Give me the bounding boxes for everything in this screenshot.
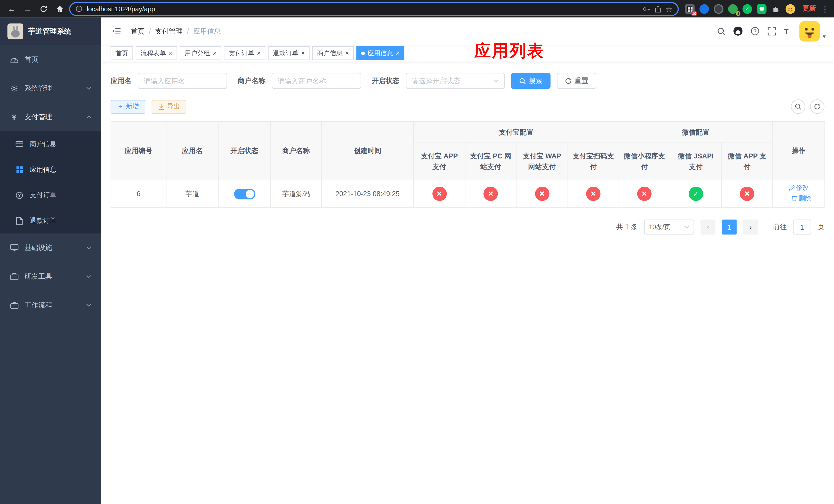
fullscreen-icon[interactable] (768, 27, 776, 36)
col-group-wechat: 微信配置 (619, 121, 772, 143)
add-button[interactable]: ＋ 新增 (111, 100, 145, 114)
sidebar-item-label: 退款订单 (30, 216, 91, 225)
extension-dark-icon[interactable] (714, 4, 723, 14)
app-name-label: 应用名 (111, 76, 131, 86)
page-1-button[interactable]: 1 (722, 220, 737, 234)
status-select[interactable]: 请选择开启状态 (406, 73, 505, 89)
sidebar-item-refund-orders[interactable]: 退款订单 (0, 208, 101, 233)
browser-menu-icon[interactable]: ⋮ (821, 5, 829, 13)
browser-chrome: ← → localhost:1024/pay/app ☆ 10 1 (0, 0, 834, 18)
url-bar[interactable]: localhost:1024/pay/app ☆ (69, 2, 679, 16)
sidebar-item-workflow[interactable]: 工作流程 (0, 291, 101, 319)
tab-home[interactable]: 首页 (111, 46, 133, 60)
profile-face-icon[interactable] (786, 4, 795, 14)
sidebar-item-system[interactable]: 系统管理 (0, 74, 101, 102)
table-toolbar: ＋ 新增 导出 (111, 99, 824, 114)
close-icon[interactable]: × (345, 50, 349, 56)
cell-created: 2021-10-23 08:49:25 (322, 180, 414, 208)
tab-refund-orders[interactable]: 退款订单× (268, 46, 310, 60)
chevron-down-icon (86, 87, 91, 90)
page-size-select[interactable]: 10条/页 (644, 220, 694, 234)
export-button[interactable]: 导出 (152, 100, 186, 114)
password-key-icon[interactable] (643, 6, 651, 12)
sidebar-item-payment[interactable]: ¥ 支付管理 (0, 102, 101, 131)
sidebar-toggle-icon[interactable] (109, 27, 124, 35)
grid-icon (15, 166, 24, 173)
breadcrumb-home[interactable]: 首页 (131, 26, 145, 36)
screen: ← → localhost:1024/pay/app ☆ 10 1 (0, 0, 834, 504)
close-icon[interactable]: × (257, 50, 261, 56)
app-title: 芋道管理系统 (28, 27, 71, 36)
sidebar-item-infrastructure[interactable]: 基础设施 (0, 233, 101, 262)
col-alipay-app: 支付宝 APP 支付 (414, 143, 465, 180)
github-icon[interactable] (733, 27, 743, 36)
prev-page-button[interactable]: ‹ (700, 220, 715, 234)
sidebar-item-pay-orders[interactable]: 支付订单 (0, 182, 101, 208)
font-size-icon[interactable]: TT (784, 27, 791, 36)
tab-pay-orders[interactable]: 支付订单× (224, 46, 265, 60)
annotation-title: 应用列表 (475, 40, 545, 62)
sidebar-item-merchant-info[interactable]: 商户信息 (0, 131, 101, 157)
cell-merchant: 芋道源码 (270, 180, 322, 208)
extensions-puzzle-icon[interactable] (771, 4, 781, 14)
cell-app-id: 6 (111, 180, 166, 208)
goto-label: 前往 (773, 222, 787, 232)
bookmark-star-icon[interactable]: ☆ (665, 5, 672, 13)
close-icon[interactable]: × (213, 50, 217, 56)
user-avatar[interactable] (799, 21, 820, 41)
tab-app-info[interactable]: 应用信息× (356, 46, 404, 60)
table-row: 6 芋道 芋道源码 2021-10-23 08:49:25 (111, 180, 825, 208)
user-menu[interactable]: ▼ (799, 21, 827, 41)
tab-user-group[interactable]: 用户分组× (180, 46, 221, 60)
reload-icon[interactable] (37, 2, 50, 15)
logo-row[interactable]: 芋道管理系统 (0, 18, 101, 45)
col-group-alipay: 支付宝配置 (414, 121, 619, 143)
help-icon[interactable] (750, 27, 760, 36)
search-icon (795, 103, 802, 110)
close-icon[interactable]: × (301, 50, 305, 56)
document-icon (15, 216, 24, 225)
back-icon[interactable]: ← (5, 2, 18, 15)
sidebar-item-dev-tools[interactable]: 研发工具 (0, 262, 101, 291)
reset-button[interactable]: 重置 (557, 73, 596, 89)
close-icon[interactable]: × (169, 50, 172, 56)
extension-grid-icon[interactable]: 10 (685, 4, 695, 14)
col-actions: 操作 (772, 121, 825, 180)
col-status: 开启状态 (218, 121, 270, 180)
search-button[interactable]: 搜索 (511, 73, 550, 89)
extension-gem-icon[interactable] (699, 4, 709, 14)
merchant-name-input[interactable] (272, 73, 361, 89)
sidebar-item-home[interactable]: 首页 (0, 45, 101, 74)
extension-chat-icon[interactable] (757, 4, 766, 14)
tab-merchant-info[interactable]: 商户信息× (312, 46, 354, 60)
dashboard-icon (9, 56, 19, 63)
merchant-name-label: 商户名称 (238, 76, 265, 86)
edit-link[interactable]: 修改 (789, 183, 809, 192)
refresh-table-button[interactable] (810, 99, 825, 114)
app-name-input[interactable] (138, 73, 227, 89)
status-toggle[interactable] (234, 189, 255, 199)
goto-page-input[interactable] (793, 220, 811, 234)
share-icon[interactable] (655, 5, 661, 13)
home-icon[interactable] (53, 2, 66, 15)
col-wechat-jsapi: 微信 JSAPI 支付 (670, 143, 721, 180)
sidebar-item-app-info[interactable]: 应用信息 (0, 157, 101, 183)
header-search-icon[interactable] (717, 27, 725, 36)
chrome-update-button[interactable]: 更新 (803, 4, 816, 13)
site-info-icon[interactable] (76, 5, 83, 12)
breadcrumb-section[interactable]: 支付管理 (155, 26, 183, 36)
yen-icon: ¥ (9, 113, 19, 121)
url-text[interactable]: localhost:1024/pay/app (87, 5, 639, 13)
forward-icon[interactable]: → (21, 2, 34, 15)
active-dot (361, 51, 365, 55)
tab-process-form[interactable]: 流程表单× (136, 46, 177, 60)
close-icon[interactable]: × (396, 50, 399, 56)
extension-avatar-icon[interactable]: 1 (728, 4, 738, 14)
next-page-button[interactable]: › (743, 220, 758, 234)
toggle-search-button[interactable] (791, 99, 805, 114)
payment-submenu: 商户信息 应用信息 支付订单 (0, 131, 101, 233)
breadcrumb-separator: / (187, 27, 189, 35)
extension-check-icon[interactable]: ✓ (743, 4, 752, 14)
chevron-down-icon (494, 79, 499, 82)
delete-link[interactable]: 删除 (791, 193, 811, 203)
